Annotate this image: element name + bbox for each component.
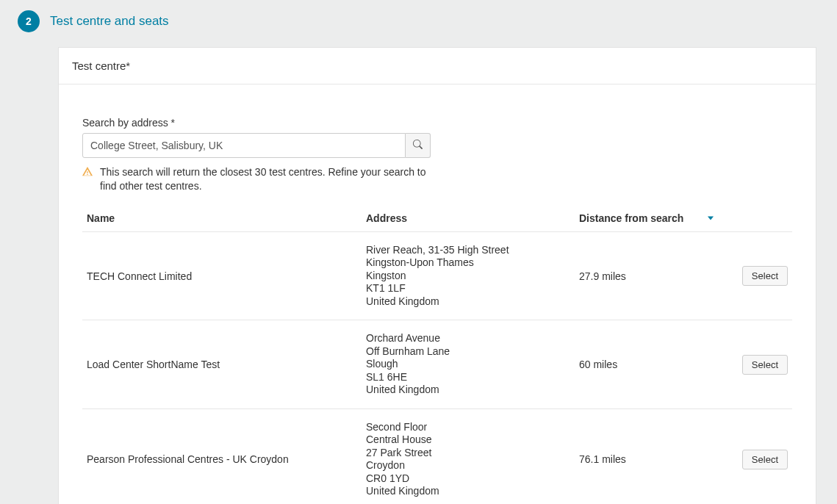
centre-distance: 60 miles (575, 320, 718, 409)
select-button[interactable]: Select (742, 266, 788, 286)
centre-name: Load Center ShortName Test (82, 320, 362, 409)
col-header-distance[interactable]: Distance from search (575, 205, 718, 232)
search-icon (413, 140, 423, 151)
table-row: TECH Connect LimitedRiver Reach, 31-35 H… (82, 231, 792, 320)
col-header-name[interactable]: Name (82, 205, 362, 232)
centre-address: Orchard AvenueOff Burnham LaneSloughSL1 … (362, 320, 575, 409)
centre-name: Pearson Professional Centres - UK Croydo… (82, 408, 362, 504)
warning-icon (82, 167, 93, 179)
step-number-badge: 2 (18, 10, 40, 32)
step-title: Test centre and seats (50, 14, 169, 29)
results-table: Name Address Distance from search (82, 205, 792, 504)
search-input[interactable] (82, 133, 406, 158)
centre-distance: 76.1 miles (575, 408, 718, 504)
table-row: Pearson Professional Centres - UK Croydo… (82, 408, 792, 504)
section-heading: Test centre* (59, 48, 816, 84)
centre-distance: 27.9 miles (575, 231, 718, 320)
table-row: Load Center ShortName TestOrchard Avenue… (82, 320, 792, 409)
distance-header-label: Distance from search (579, 212, 683, 224)
search-button[interactable] (406, 133, 431, 158)
col-header-address[interactable]: Address (362, 205, 575, 232)
step-header: 2 Test centre and seats (18, 10, 819, 32)
test-centre-card: Test centre* Search by address * This se… (58, 47, 816, 504)
centre-address: River Reach, 31-35 High StreetKingston-U… (362, 231, 575, 320)
chevron-down-icon (708, 216, 714, 220)
centre-address: Second FloorCentral House27 Park StreetC… (362, 408, 575, 504)
centre-name: TECH Connect Limited (82, 231, 362, 320)
hint-text: This search will return the closest 30 t… (100, 165, 438, 193)
search-hint: This search will return the closest 30 t… (82, 165, 792, 193)
select-button[interactable]: Select (742, 355, 788, 375)
select-button[interactable]: Select (742, 450, 788, 469)
search-label: Search by address * (82, 117, 792, 129)
